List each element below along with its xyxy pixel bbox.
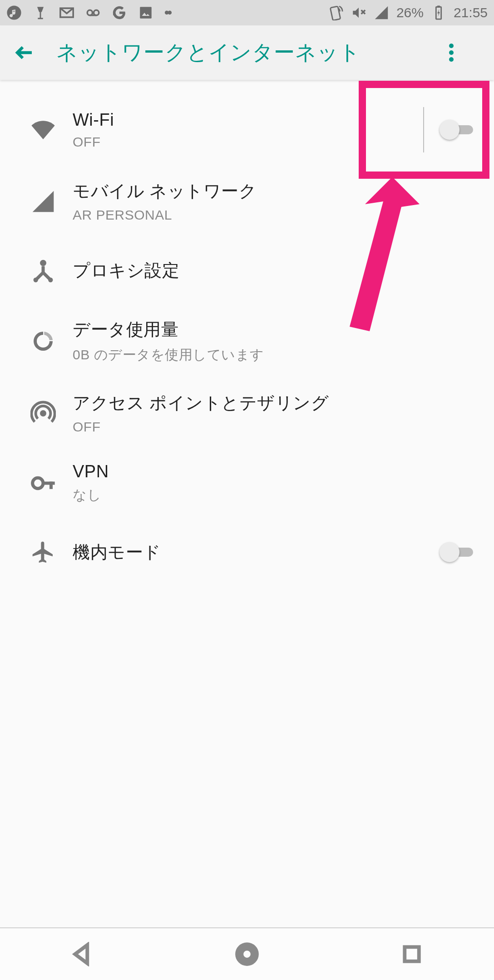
row-airplane[interactable]: 機内モード: [0, 518, 494, 586]
nav-home-button[interactable]: [231, 938, 263, 970]
row-mobile-network[interactable]: モバイル ネットワーク AR PERSONAL: [0, 166, 494, 236]
app-bar: ネットワークとインターネット: [0, 25, 494, 80]
lamp-icon: [33, 5, 48, 20]
back-button[interactable]: [11, 39, 38, 66]
svg-point-14: [48, 278, 53, 282]
status-right: 26% 21:55: [328, 5, 488, 20]
page-title: ネットワークとインターネット: [56, 39, 429, 67]
svg-point-11: [449, 57, 454, 62]
svg-point-12: [40, 260, 46, 266]
more-notifications-icon: ••: [164, 5, 170, 20]
row-wifi[interactable]: Wi-Fi OFF: [0, 93, 494, 166]
volume-mute-icon: [351, 5, 366, 20]
vpn-title: VPN: [73, 462, 473, 481]
vpn-key-icon: [14, 470, 73, 496]
row-hotspot[interactable]: アクセス ポイントとテザリング OFF: [0, 378, 494, 448]
divider: [423, 107, 424, 152]
wifi-icon: [14, 117, 73, 142]
nfc-icon: [328, 5, 344, 20]
airplane-icon: [14, 539, 73, 565]
svg-point-15: [40, 410, 46, 416]
svg-point-21: [241, 948, 253, 960]
vpn-sub: なし: [73, 486, 473, 505]
proxy-title: プロキシ設定: [73, 259, 473, 282]
svg-rect-18: [49, 482, 53, 489]
svg-rect-5: [140, 7, 152, 19]
status-bar: •• 26% 21:55: [0, 0, 494, 25]
proxy-icon: [14, 258, 73, 283]
gmail-icon: [59, 5, 74, 20]
hotspot-icon: [14, 401, 73, 426]
svg-point-10: [449, 50, 454, 55]
data-sub: 0B のデータを使用しています: [73, 346, 473, 364]
status-clock: 21:55: [454, 5, 488, 20]
google-g-icon: [112, 5, 127, 20]
svg-point-9: [449, 44, 454, 48]
battery-percent: 26%: [396, 5, 424, 20]
image-icon: [138, 5, 153, 20]
cell-signal-icon: [14, 189, 73, 214]
hotspot-title: アクセス ポイントとテザリング: [73, 392, 473, 415]
status-left: ••: [6, 5, 170, 20]
wifi-sub: OFF: [73, 134, 416, 150]
wifi-toggle[interactable]: [440, 119, 476, 141]
music-note-icon: [6, 5, 22, 20]
airplane-title: 機内モード: [73, 541, 432, 564]
settings-list: Wi-Fi OFF モバイル ネットワーク AR PERSONAL プロキシ設定: [0, 80, 494, 586]
row-data-usage[interactable]: データ使用量 0B のデータを使用しています: [0, 304, 494, 378]
voicemail-icon: [85, 5, 101, 20]
nav-back-button[interactable]: [66, 938, 98, 970]
overflow-menu-button[interactable]: [438, 39, 465, 66]
mobile-sub: AR PERSONAL: [73, 207, 473, 223]
svg-point-13: [34, 278, 38, 282]
mobile-title: モバイル ネットワーク: [73, 180, 473, 203]
svg-point-16: [33, 478, 43, 488]
airplane-toggle[interactable]: [440, 541, 476, 563]
data-usage-icon: [14, 328, 73, 354]
battery-charging-icon: [431, 5, 446, 20]
navigation-bar: [0, 927, 494, 980]
hotspot-sub: OFF: [73, 419, 473, 435]
svg-rect-22: [405, 947, 419, 961]
nav-recent-button[interactable]: [396, 938, 428, 970]
svg-rect-8: [437, 5, 440, 7]
cell-signal-icon: [374, 5, 389, 20]
wifi-title: Wi-Fi: [73, 110, 416, 130]
row-vpn[interactable]: VPN なし: [0, 448, 494, 518]
svg-rect-17: [42, 482, 55, 485]
data-title: データ使用量: [73, 318, 473, 341]
row-proxy[interactable]: プロキシ設定: [0, 236, 494, 304]
